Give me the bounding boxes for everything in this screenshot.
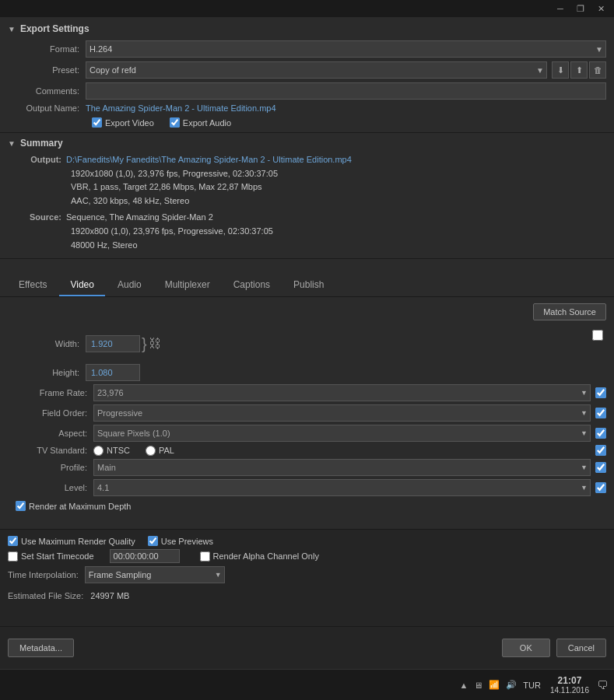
- file-size-row: Estimated File Size: 24997 MB: [8, 591, 606, 600]
- summary-output-path: D:\Fanedits\My Fanedits\The Amazing Spid…: [66, 153, 352, 167]
- field-order-select[interactable]: Progressive: [93, 404, 591, 422]
- bottom-row-1: Use Maximum Render Quality Use Previews: [8, 536, 606, 546]
- profile-select-wrapper: Main ▼: [93, 459, 591, 476]
- cancel-button[interactable]: Cancel: [556, 639, 606, 657]
- level-select[interactable]: 4.1: [93, 479, 591, 496]
- summary-content: Output: D:\Fanedits\My Fanedits\The Amaz…: [8, 153, 606, 252]
- preset-icons-group: ⬇ ⬆ 🗑: [550, 61, 606, 79]
- use-previews-text: Use Previews: [161, 537, 213, 546]
- taskbar-volume-icon: 🔊: [506, 680, 517, 690]
- summary-output-line3: VBR, 1 pass, Target 22,86 Mbps, Max 22,8…: [23, 180, 606, 194]
- summary-output-key: Output:: [23, 153, 66, 167]
- height-input-row: Height:: [8, 364, 592, 381]
- tab-multiplexer[interactable]: Multiplexer: [154, 275, 221, 296]
- close-button[interactable]: ✕: [591, 1, 611, 16]
- frame-rate-checkbox[interactable]: [595, 387, 606, 398]
- format-select-wrapper: H.264 ▼: [86, 40, 606, 58]
- pal-radio[interactable]: [146, 446, 156, 456]
- tv-standard-row: TV Standard: NTSC PAL: [8, 445, 606, 456]
- level-label: Level:: [8, 483, 93, 492]
- max-quality-checkbox[interactable]: [8, 536, 18, 546]
- chain-link-icon[interactable]: ⛓: [149, 337, 161, 351]
- metadata-button[interactable]: Metadata...: [8, 639, 74, 657]
- frame-rate-select-wrapper: 23,976 ▼: [93, 384, 591, 401]
- wh-checkbox[interactable]: [592, 330, 603, 341]
- aspect-select-wrapper: Square Pixels (1.0) ▼: [93, 425, 591, 442]
- output-name-row: Output Name: The Amazing Spider-Man 2 - …: [8, 103, 606, 113]
- match-source-button[interactable]: Match Source: [533, 303, 606, 320]
- summary-source-val: Sequence, The Amazing Spider-Man 2: [66, 211, 213, 225]
- frame-rate-label: Frame Rate:: [8, 388, 93, 397]
- tab-video[interactable]: Video: [59, 275, 104, 296]
- tv-standard-checkbox[interactable]: [595, 445, 606, 456]
- timecode-input[interactable]: [110, 549, 180, 563]
- render-depth-checkbox-label[interactable]: Render at Maximum Depth: [16, 501, 131, 511]
- ok-button[interactable]: OK: [502, 639, 550, 657]
- aspect-checkbox[interactable]: [595, 428, 606, 439]
- minimize-button[interactable]: ─: [550, 1, 570, 16]
- ntsc-radio[interactable]: [93, 446, 104, 456]
- comments-input[interactable]: [86, 82, 606, 100]
- ntsc-radio-label[interactable]: NTSC: [93, 446, 130, 456]
- tab-publish[interactable]: Publish: [282, 275, 335, 296]
- collapse-arrow-icon[interactable]: ▼: [8, 25, 16, 33]
- bottom-row-2: Set Start Timecode Render Alpha Channel …: [8, 549, 606, 563]
- max-quality-label[interactable]: Use Maximum Render Quality: [8, 536, 135, 546]
- height-input[interactable]: [86, 364, 140, 381]
- taskbar-notification-icon[interactable]: 🗨: [597, 679, 608, 691]
- preset-label: Preset:: [8, 65, 86, 75]
- format-row: Format: H.264 ▼: [8, 40, 606, 58]
- title-bar: ─ ❐ ✕: [0, 0, 614, 17]
- level-checkbox[interactable]: [595, 482, 606, 493]
- export-audio-checkbox-label[interactable]: Export Audio: [170, 117, 231, 128]
- width-row: Width: } ⛓ Height:: [8, 327, 606, 381]
- render-depth-row: Render at Maximum Depth: [8, 501, 606, 511]
- taskbar-time: 21:07: [550, 675, 589, 686]
- format-label: Format:: [8, 44, 86, 54]
- export-video-checkbox[interactable]: [92, 117, 102, 128]
- preset-select[interactable]: Copy of refd: [86, 61, 547, 79]
- tab-effects[interactable]: Effects: [8, 275, 58, 296]
- match-source-row: Match Source: [8, 303, 606, 320]
- summary-section: ▼ Summary Output: D:\Fanedits\My Fanedit…: [0, 133, 614, 259]
- profile-checkbox[interactable]: [595, 462, 606, 473]
- width-input[interactable]: [86, 335, 140, 352]
- export-settings-header: ▼ Export Settings: [8, 23, 606, 34]
- render-alpha-text: Render Alpha Channel Only: [213, 551, 319, 561]
- wh-inputs-group: Width: } ⛓ Height:: [8, 327, 592, 381]
- export-video-checkbox-label[interactable]: Export Video: [92, 117, 154, 128]
- preset-import-button[interactable]: ⬆: [570, 61, 588, 79]
- set-timecode-label[interactable]: Set Start Timecode: [8, 551, 94, 562]
- pal-radio-label[interactable]: PAL: [146, 446, 174, 456]
- frame-rate-select[interactable]: 23,976: [93, 384, 591, 401]
- set-timecode-checkbox[interactable]: [8, 551, 18, 562]
- time-interpolation-select-wrapper: Frame Sampling ▼: [85, 566, 225, 583]
- preset-save-button[interactable]: ⬇: [552, 61, 569, 79]
- export-audio-checkbox[interactable]: [170, 117, 180, 128]
- field-order-checkbox[interactable]: [595, 408, 606, 418]
- render-depth-checkbox[interactable]: [16, 501, 26, 511]
- tab-audio[interactable]: Audio: [107, 275, 153, 296]
- maximize-button[interactable]: ❐: [570, 1, 591, 16]
- summary-collapse-arrow-icon[interactable]: ▼: [8, 139, 16, 148]
- preset-delete-button[interactable]: 🗑: [589, 61, 606, 79]
- tab-captions[interactable]: Captions: [223, 275, 281, 296]
- render-alpha-checkbox[interactable]: [200, 551, 210, 562]
- render-alpha-label[interactable]: Render Alpha Channel Only: [200, 551, 319, 562]
- use-previews-checkbox[interactable]: [148, 536, 158, 546]
- output-name-link[interactable]: The Amazing Spider-Man 2 - Ultimate Edit…: [86, 103, 276, 113]
- profile-select[interactable]: Main: [93, 459, 591, 476]
- time-interpolation-select[interactable]: Frame Sampling: [85, 566, 225, 583]
- field-order-select-wrapper: Progressive ▼: [93, 404, 591, 422]
- aspect-select[interactable]: Square Pixels (1.0): [93, 425, 591, 442]
- aspect-label: Aspect:: [8, 429, 93, 438]
- comments-label: Comments:: [8, 86, 86, 96]
- format-select[interactable]: H.264: [86, 40, 606, 58]
- taskbar-network-icon: 🖥: [474, 681, 482, 690]
- action-bar: Metadata... OK Cancel: [0, 626, 614, 669]
- frame-rate-row: Frame Rate: 23,976 ▼: [8, 384, 606, 401]
- bottom-options: Use Maximum Render Quality Use Previews …: [0, 529, 614, 626]
- export-checkboxes-group: Export Video Export Audio: [92, 117, 606, 128]
- link-bracket-group: }: [142, 327, 147, 361]
- use-previews-label[interactable]: Use Previews: [148, 536, 213, 546]
